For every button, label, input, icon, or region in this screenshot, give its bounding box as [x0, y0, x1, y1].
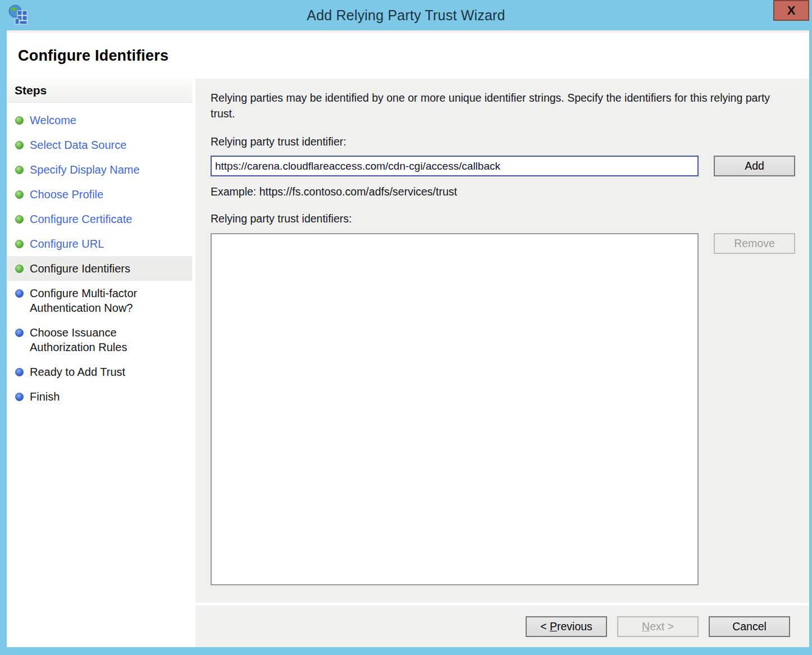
- step-item-configure-url[interactable]: Configure URL: [7, 231, 192, 256]
- identifier-field-label: Relying party trust identifier:: [211, 135, 795, 148]
- page-title: Configure Identifiers: [18, 47, 168, 65]
- step-item-finish: Finish: [7, 384, 192, 409]
- step-status-dot: [15, 265, 24, 273]
- step-item-configure-multi-factor-authentication-now: Configure Multi-factor Authentication No…: [7, 281, 192, 320]
- step-status-dot: [15, 116, 24, 125]
- step-label: Configure Certificate: [30, 212, 132, 226]
- step-item-choose-profile[interactable]: Choose Profile: [7, 182, 192, 207]
- steps-list: WelcomeSelect Data SourceSpecify Display…: [7, 103, 192, 409]
- step-status-dot: [15, 215, 24, 224]
- next-button: Next >: [617, 616, 699, 637]
- step-label: Choose Profile: [30, 187, 103, 202]
- content-panel: Relying parties may be identified by one…: [195, 79, 809, 603]
- add-button[interactable]: Add: [714, 156, 795, 176]
- cancel-button[interactable]: Cancel: [709, 616, 790, 637]
- step-status-dot: [15, 368, 24, 376]
- page-header: Configure Identifiers: [7, 30, 809, 79]
- steps-sidebar: Steps WelcomeSelect Data SourceSpecify D…: [7, 79, 192, 647]
- step-item-configure-identifiers: Configure Identifiers: [7, 256, 192, 281]
- example-text: Example: https://fs.contoso.com/adfs/ser…: [211, 185, 795, 198]
- step-label: Configure Multi-factor Authentication No…: [30, 286, 165, 315]
- close-button[interactable]: X: [773, 0, 809, 21]
- previous-button-prefix: <: [540, 620, 550, 633]
- previous-button-accel: P: [550, 620, 557, 633]
- step-label: Select Data Source: [30, 138, 126, 152]
- step-label: Specify Display Name: [30, 162, 140, 177]
- step-label: Choose Issuance Authorization Rules: [30, 325, 165, 354]
- window-title: Add Relying Party Trust Wizard: [0, 0, 812, 30]
- step-item-configure-certificate[interactable]: Configure Certificate: [7, 207, 192, 231]
- step-label: Configure Identifiers: [30, 261, 130, 276]
- title-bar: Add Relying Party Trust Wizard X: [0, 0, 812, 30]
- previous-button-rest: revious: [557, 620, 592, 633]
- step-label: Ready to Add Trust: [30, 365, 125, 379]
- identifiers-list-label: Relying party trust identifiers:: [211, 212, 795, 225]
- step-label: Configure URL: [30, 236, 104, 251]
- wizard-dialog: Configure Identifiers Steps WelcomeSelec…: [7, 30, 809, 647]
- step-item-welcome[interactable]: Welcome: [7, 108, 192, 133]
- step-item-select-data-source[interactable]: Select Data Source: [7, 133, 192, 157]
- step-label: Finish: [30, 389, 60, 404]
- step-status-dot: [15, 329, 24, 337]
- steps-header: Steps: [7, 79, 192, 103]
- next-button-rest: ext >: [650, 620, 674, 633]
- step-item-ready-to-add-trust: Ready to Add Trust: [7, 360, 192, 384]
- next-button-accel: N: [642, 620, 650, 633]
- step-status-dot: [15, 166, 24, 174]
- relying-party-identifier-input[interactable]: [211, 156, 699, 176]
- wizard-window: Add Relying Party Trust Wizard X Configu…: [0, 0, 812, 655]
- remove-button: Remove: [714, 233, 795, 254]
- step-status-dot: [15, 240, 24, 248]
- step-status-dot: [15, 289, 24, 298]
- footer-bar: < Previous Next > Cancel: [195, 606, 809, 647]
- step-item-choose-issuance-authorization-rules: Choose Issuance Authorization Rules: [7, 320, 192, 360]
- step-status-dot: [15, 393, 24, 401]
- page-description: Relying parties may be identified by one…: [211, 90, 789, 121]
- identifiers-listbox[interactable]: [211, 233, 699, 585]
- previous-button[interactable]: < Previous: [526, 616, 607, 637]
- step-label: Welcome: [30, 113, 76, 128]
- step-status-dot: [15, 190, 24, 199]
- close-icon: X: [787, 3, 796, 18]
- step-status-dot: [15, 141, 24, 149]
- step-item-specify-display-name[interactable]: Specify Display Name: [7, 157, 192, 182]
